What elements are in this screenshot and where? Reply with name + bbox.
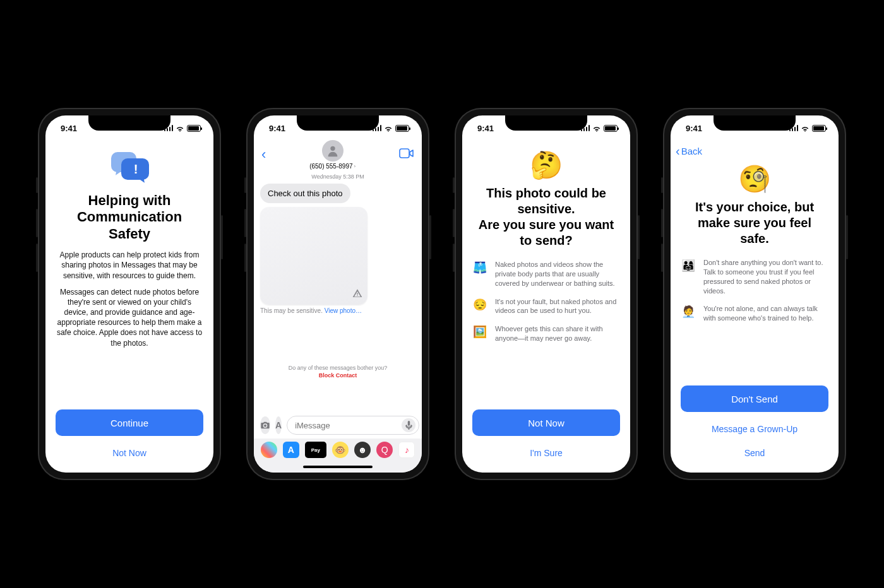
send-button[interactable]: Send [681,441,828,465]
page-title: It's your choice, but make sure you feel… [681,199,828,247]
warning-icon [352,288,362,301]
info-row-text: You're not alone, and can always talk wi… [703,304,828,323]
info-row: 🩳Naked photos and videos show the privat… [472,260,620,288]
battery-icon [187,125,201,132]
bother-question: Do any of these messages bother you? [260,365,415,371]
wifi-icon [801,125,809,131]
dont-send-button[interactable]: Don't Send [681,385,828,412]
wifi-icon [384,125,393,131]
view-photo-link[interactable]: View photo… [325,307,362,314]
info-row-icon: 🧑‍💼 [681,305,696,319]
info-row-icon: 🩳 [472,261,487,274]
sensitive-caption: This may be sensitive. View photo… [260,307,415,314]
notch [714,115,796,131]
camera-button[interactable] [260,416,270,434]
music-app-icon[interactable]: ♪ [398,442,415,458]
back-button[interactable]: ‹ [261,146,266,163]
status-time: 9:41 [686,124,702,133]
page-title: This photo could be sensitive. Are you s… [472,185,620,249]
battery-icon [395,125,409,132]
app-tray[interactable]: A Pay 🐵 ☻ Q ♪ [254,438,422,461]
monocle-emoji-icon: 🧐 [681,163,828,194]
battery-icon [812,125,826,132]
info-row-text: Naked photos and videos show the private… [495,260,620,288]
notch [505,115,587,131]
phone-mockup-4: 9:41 ‹ Back 🧐 It's your choice, but make… [663,108,846,480]
app-store-app-icon[interactable]: A [283,442,299,458]
info-row: 😔It's not your fault, but naked photos a… [472,297,620,316]
info-row-icon: 👨‍👩‍👧 [681,259,696,273]
svg-rect-1 [400,149,409,158]
search-app-icon[interactable]: Q [376,442,393,458]
message-bubble: Check out this photo [260,184,350,203]
block-contact-link[interactable]: Block Contact [260,372,415,379]
notch [297,115,379,131]
animoji-app-icon[interactable]: ☻ [354,442,371,458]
phone-mockup-2: 9:41 ‹ (650) 555-8997 › [246,108,429,480]
status-time: 9:41 [477,124,494,133]
phone-mockup-3: 9:41 🤔 This photo could be sensitive. Ar… [455,108,638,480]
wifi-icon [176,125,184,131]
intro-paragraph-1: Apple products can help protect kids fro… [56,250,203,281]
intro-paragraph-2: Messages can detect nude photos before t… [56,287,203,348]
svg-point-0 [330,146,335,150]
continue-button[interactable]: Continue [56,409,203,436]
message-timestamp: Wednesday 5:38 PM [260,173,415,180]
home-indicator[interactable] [254,461,422,473]
memoji-app-icon[interactable]: 🐵 [332,442,349,458]
apple-pay-icon[interactable]: Pay [305,442,326,458]
thinking-emoji-icon: 🤔 [472,150,620,180]
info-row-text: Whoever gets this can share it with anyo… [495,324,620,343]
info-row: 🧑‍💼You're not alone, and can always talk… [681,304,828,323]
not-now-button[interactable]: Not Now [56,441,203,465]
notch [88,115,170,131]
status-time: 9:41 [269,124,285,133]
back-button[interactable]: ‹ Back [671,141,839,161]
message-grownup-button[interactable]: Message a Grown-Up [681,417,828,441]
info-row-text: It's not your fault, but naked photos an… [495,297,620,316]
app-store-button[interactable]: A [275,416,282,434]
facetime-button[interactable] [399,148,414,162]
info-row: 👨‍👩‍👧Don't share anything you don't want… [681,258,828,295]
blurred-photo[interactable] [260,207,367,305]
info-row-icon: 🖼️ [472,325,487,339]
voice-record-button[interactable] [402,418,415,432]
message-input[interactable] [287,416,419,435]
avatar[interactable] [322,140,343,162]
status-time: 9:41 [61,124,77,133]
im-sure-button[interactable]: I'm Sure [472,441,620,465]
info-row-icon: 😔 [472,298,487,312]
not-now-button[interactable]: Not Now [472,409,620,436]
page-title: Helping with Communication Safety [56,192,203,242]
wifi-icon [592,125,601,131]
communication-safety-icon: ! [107,152,152,186]
photos-app-icon[interactable] [261,442,277,458]
info-row-text: Don't share anything you don't want to. … [703,258,828,295]
chevron-left-icon: ‹ [676,144,680,157]
info-row: 🖼️Whoever gets this can share it with an… [472,324,620,343]
phone-mockup-1: 9:41 ! Helping with Communication Safety… [38,108,221,480]
battery-icon [604,125,618,132]
